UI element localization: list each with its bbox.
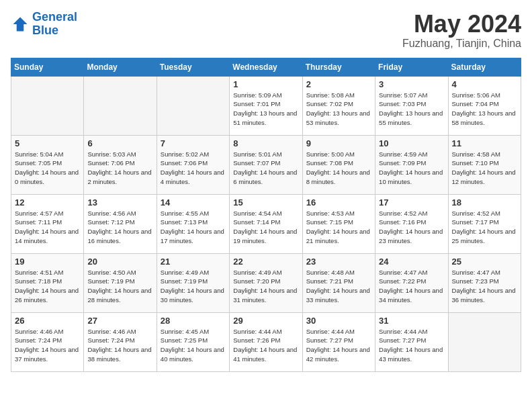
calendar-cell: 2Sunrise: 5:08 AMSunset: 7:02 PMDaylight… (302, 76, 375, 135)
calendar-cell: 27Sunrise: 4:46 AMSunset: 7:24 PMDayligh… (84, 312, 157, 371)
day-info: Sunrise: 4:57 AMSunset: 7:11 PMDaylight:… (15, 209, 80, 246)
day-info: Sunrise: 4:58 AMSunset: 7:10 PMDaylight:… (452, 150, 517, 187)
weekday-header-tuesday: Tuesday (157, 58, 229, 76)
calendar-cell: 29Sunrise: 4:44 AMSunset: 7:26 PMDayligh… (230, 312, 302, 371)
day-info: Sunrise: 4:54 AMSunset: 7:14 PMDaylight:… (233, 209, 298, 246)
day-number: 16 (306, 197, 371, 208)
weekday-header-wednesday: Wednesday (230, 58, 302, 76)
day-info: Sunrise: 4:45 AMSunset: 7:25 PMDaylight:… (161, 327, 226, 364)
day-number: 1 (233, 79, 298, 89)
day-info: Sunrise: 4:49 AMSunset: 7:20 PMDaylight:… (233, 268, 298, 305)
day-info: Sunrise: 5:01 AMSunset: 7:07 PMDaylight:… (233, 150, 298, 187)
calendar-cell: 21Sunrise: 4:49 AMSunset: 7:19 PMDayligh… (157, 253, 229, 312)
calendar-cell: 20Sunrise: 4:50 AMSunset: 7:19 PMDayligh… (84, 253, 157, 312)
calendar-cell: 14Sunrise: 4:55 AMSunset: 7:13 PMDayligh… (157, 194, 229, 253)
day-info: Sunrise: 5:00 AMSunset: 7:08 PMDaylight:… (306, 150, 371, 187)
day-number: 14 (161, 197, 226, 208)
day-info: Sunrise: 4:52 AMSunset: 7:17 PMDaylight:… (452, 209, 517, 246)
day-number: 27 (87, 316, 152, 326)
day-number: 17 (379, 197, 444, 208)
day-number: 30 (306, 316, 371, 326)
day-info: Sunrise: 4:44 AMSunset: 7:27 PMDaylight:… (306, 327, 371, 364)
calendar-cell (84, 76, 157, 135)
day-info: Sunrise: 4:47 AMSunset: 7:22 PMDaylight:… (379, 268, 444, 305)
day-info: Sunrise: 4:48 AMSunset: 7:21 PMDaylight:… (306, 268, 371, 305)
day-info: Sunrise: 5:09 AMSunset: 7:01 PMDaylight:… (233, 91, 298, 128)
calendar-cell: 31Sunrise: 4:44 AMSunset: 7:27 PMDayligh… (375, 312, 448, 371)
day-number: 5 (15, 138, 80, 148)
day-number: 12 (15, 197, 80, 208)
week-row-2: 5Sunrise: 5:04 AMSunset: 7:05 PMDaylight… (11, 135, 521, 194)
day-info: Sunrise: 4:47 AMSunset: 7:23 PMDaylight:… (452, 268, 517, 305)
day-info: Sunrise: 4:59 AMSunset: 7:09 PMDaylight:… (379, 150, 444, 187)
week-row-1: 1Sunrise: 5:09 AMSunset: 7:01 PMDaylight… (11, 76, 521, 135)
weekday-header-thursday: Thursday (302, 58, 375, 76)
day-info: Sunrise: 4:53 AMSunset: 7:15 PMDaylight:… (306, 209, 371, 246)
day-number: 11 (452, 138, 517, 148)
day-number: 21 (161, 257, 226, 267)
day-info: Sunrise: 5:04 AMSunset: 7:05 PMDaylight:… (15, 150, 80, 187)
calendar-cell: 22Sunrise: 4:49 AMSunset: 7:20 PMDayligh… (230, 253, 302, 312)
day-number: 15 (233, 197, 298, 208)
day-number: 19 (15, 257, 80, 267)
calendar-cell: 15Sunrise: 4:54 AMSunset: 7:14 PMDayligh… (230, 194, 302, 253)
calendar-cell: 24Sunrise: 4:47 AMSunset: 7:22 PMDayligh… (375, 253, 448, 312)
day-info: Sunrise: 5:08 AMSunset: 7:02 PMDaylight:… (306, 91, 371, 128)
calendar-cell: 19Sunrise: 4:51 AMSunset: 7:18 PMDayligh… (11, 253, 84, 312)
location: Fuzhuang, Tianjin, China (402, 38, 521, 50)
day-number: 8 (233, 138, 298, 148)
calendar-cell: 13Sunrise: 4:56 AMSunset: 7:12 PMDayligh… (84, 194, 157, 253)
day-info: Sunrise: 4:46 AMSunset: 7:24 PMDaylight:… (87, 327, 152, 364)
calendar-cell (448, 312, 521, 371)
calendar-cell: 8Sunrise: 5:01 AMSunset: 7:07 PMDaylight… (230, 135, 302, 194)
weekday-header-saturday: Saturday (448, 58, 521, 76)
day-number: 3 (379, 79, 444, 89)
weekday-header-monday: Monday (84, 58, 157, 76)
page-header: General Blue May 2024 Fuzhuang, Tianjin,… (11, 11, 521, 50)
day-number: 29 (233, 316, 298, 326)
day-number: 9 (306, 138, 371, 148)
day-info: Sunrise: 4:46 AMSunset: 7:24 PMDaylight:… (15, 327, 80, 364)
day-number: 4 (452, 79, 517, 89)
day-info: Sunrise: 5:02 AMSunset: 7:06 PMDaylight:… (161, 150, 226, 187)
day-number: 25 (452, 257, 517, 267)
day-number: 31 (379, 316, 444, 326)
logo: General Blue (11, 11, 77, 38)
calendar-cell: 10Sunrise: 4:59 AMSunset: 7:09 PMDayligh… (375, 135, 448, 194)
calendar-cell: 3Sunrise: 5:07 AMSunset: 7:03 PMDaylight… (375, 76, 448, 135)
day-number: 18 (452, 197, 517, 208)
week-row-3: 12Sunrise: 4:57 AMSunset: 7:11 PMDayligh… (11, 194, 521, 253)
calendar-cell: 25Sunrise: 4:47 AMSunset: 7:23 PMDayligh… (448, 253, 521, 312)
day-number: 23 (306, 257, 371, 267)
day-number: 7 (161, 138, 226, 148)
day-info: Sunrise: 4:49 AMSunset: 7:19 PMDaylight:… (161, 268, 226, 305)
svg-marker-0 (13, 17, 28, 31)
calendar-cell: 11Sunrise: 4:58 AMSunset: 7:10 PMDayligh… (448, 135, 521, 194)
day-info: Sunrise: 5:06 AMSunset: 7:04 PMDaylight:… (452, 91, 517, 128)
weekday-header-sunday: Sunday (11, 58, 84, 76)
calendar-cell: 16Sunrise: 4:53 AMSunset: 7:15 PMDayligh… (302, 194, 375, 253)
calendar-cell (11, 76, 84, 135)
day-info: Sunrise: 4:56 AMSunset: 7:12 PMDaylight:… (87, 209, 152, 246)
day-number: 6 (87, 138, 152, 148)
day-info: Sunrise: 4:55 AMSunset: 7:13 PMDaylight:… (161, 209, 226, 246)
day-info: Sunrise: 5:07 AMSunset: 7:03 PMDaylight:… (379, 91, 444, 128)
calendar-cell (157, 76, 229, 135)
calendar-cell: 26Sunrise: 4:46 AMSunset: 7:24 PMDayligh… (11, 312, 84, 371)
calendar-cell: 30Sunrise: 4:44 AMSunset: 7:27 PMDayligh… (302, 312, 375, 371)
calendar-cell: 23Sunrise: 4:48 AMSunset: 7:21 PMDayligh… (302, 253, 375, 312)
month-title: May 2024 (402, 11, 521, 38)
day-number: 26 (15, 316, 80, 326)
calendar-cell: 4Sunrise: 5:06 AMSunset: 7:04 PMDaylight… (448, 76, 521, 135)
day-info: Sunrise: 4:44 AMSunset: 7:26 PMDaylight:… (233, 327, 298, 364)
calendar-cell: 17Sunrise: 4:52 AMSunset: 7:16 PMDayligh… (375, 194, 448, 253)
calendar-cell: 12Sunrise: 4:57 AMSunset: 7:11 PMDayligh… (11, 194, 84, 253)
logo-text: General Blue (32, 11, 77, 38)
week-row-5: 26Sunrise: 4:46 AMSunset: 7:24 PMDayligh… (11, 312, 521, 371)
day-info: Sunrise: 4:44 AMSunset: 7:27 PMDaylight:… (379, 327, 444, 364)
day-info: Sunrise: 4:51 AMSunset: 7:18 PMDaylight:… (15, 268, 80, 305)
day-info: Sunrise: 4:50 AMSunset: 7:19 PMDaylight:… (87, 268, 152, 305)
day-number: 22 (233, 257, 298, 267)
day-number: 2 (306, 79, 371, 89)
day-info: Sunrise: 5:03 AMSunset: 7:06 PMDaylight:… (87, 150, 152, 187)
